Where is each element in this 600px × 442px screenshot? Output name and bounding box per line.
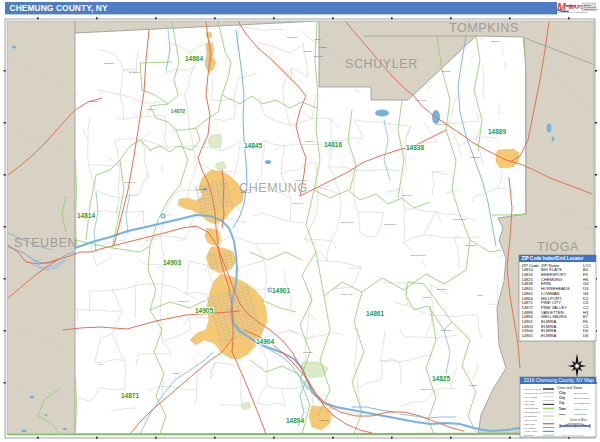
svg-text:Sing Sing: Sing Sing [196,188,207,191]
svg-text:CHEMUNG COUNTY, NY: CHEMUNG COUNTY, NY [10,3,108,13]
svg-text:14904: 14904 [256,338,274,345]
svg-text:Jackson: Jackson [305,140,314,143]
svg-text:Major Road: Major Road [524,403,536,405]
svg-text:Hibbard: Hibbard [422,296,431,299]
svg-text:STEUBEN: STEUBEN [14,236,77,250]
svg-text:City: City [559,401,565,405]
svg-text:ZIP Code Index/Grid Locator: ZIP Code Index/Grid Locator [522,256,584,261]
svg-text:14871: 14871 [121,392,139,399]
svg-text:State Boundary: State Boundary [524,407,539,409]
svg-text:Ridge Rd: Ridge Rd [287,36,298,39]
svg-text:Minor Civil Div: Minor Civil Div [524,419,538,421]
svg-text:State Highway: State Highway [524,396,538,398]
svg-text:State Rd: State Rd [402,194,412,197]
svg-text:14845: 14845 [244,142,262,149]
svg-text:Scale in Miles: Scale in Miles [570,418,588,422]
svg-text:14838: 14838 [406,144,424,151]
svg-text:Town: Town [559,407,566,411]
svg-text:Pine Valley: Pine Valley [415,99,428,102]
svg-text:Comfort Hill: Comfort Hill [420,388,433,391]
svg-text:Ferenbaugh: Ferenbaugh [453,218,467,221]
svg-text:14905: 14905 [522,333,534,338]
svg-text:14889: 14889 [488,128,506,135]
svg-text:America’s Leading Source of Bu: America’s Leading Source of Business Map… [554,11,588,13]
svg-text:Airport / Water: Airport / Water [524,430,538,432]
svg-text:Tompkins: Tompkins [470,156,481,159]
svg-text:Seeley Crk: Seeley Crk [341,293,353,296]
svg-text:TIOGA: TIOGA [537,240,579,254]
svg-text:Turner Hill: Turner Hill [124,181,135,184]
svg-text:Hendy Crk: Hendy Crk [435,123,447,126]
svg-text:TOMPKINS: TOMPKINS [449,21,519,35]
svg-text:Wells: Wells [477,294,484,297]
svg-text:City: City [559,391,566,395]
svg-text:14901: 14901 [272,287,290,294]
svg-text:City: City [559,396,565,400]
svg-text:Johnson: Johnson [89,100,99,103]
svg-text:Breed Hollow: Breed Hollow [411,254,425,257]
svg-text:Fassett: Fassett [319,46,327,49]
svg-text:Sullivanville: Sullivanville [384,223,397,226]
svg-text:marketmaps.com: marketmaps.com [584,8,599,10]
svg-text:Rail Road: Rail Road [524,434,534,436]
svg-text:14903: 14903 [163,259,181,266]
svg-text:14814: 14814 [77,212,95,219]
svg-text:Gardner Rd: Gardner Rd [341,221,354,224]
svg-text:MAPS: MAPS [569,4,585,10]
svg-text:ELMIRA: ELMIRA [541,333,557,338]
svg-text:Rowe Hill: Rowe Hill [179,300,190,303]
svg-text:14816: 14816 [324,141,342,148]
svg-text:Oak Hill: Oak Hill [147,108,156,111]
svg-text:Wyncoop: Wyncoop [441,70,452,73]
svg-text:Limited Access Hwy: Limited Access Hwy [524,392,543,394]
svg-text:D6: D6 [583,333,589,338]
svg-text:Halsey: Halsey [314,38,322,41]
svg-text:14825: 14825 [432,375,450,382]
svg-text:Langdon: Langdon [303,351,313,354]
svg-text:CHEMUNG: CHEMUNG [239,181,308,195]
svg-text:Erin: Erin [99,363,104,366]
svg-text:Interstate Highway: Interstate Highway [524,388,542,390]
svg-text:Harris Hill: Harris Hill [292,202,303,205]
svg-text:ZIP Boundary: ZIP Boundary [524,415,538,417]
svg-text:Beckwith: Beckwith [437,288,447,291]
svg-text:14861: 14861 [366,310,384,317]
svg-text:Local Road: Local Road [524,400,535,402]
svg-text:Ostrander: Ostrander [441,329,452,332]
svg-text:SCHUYLER: SCHUYLER [345,57,418,71]
svg-text:Mt Zoar: Mt Zoar [469,384,477,387]
svg-text:14905: 14905 [195,307,213,314]
svg-text:Bird Crk: Bird Crk [314,55,323,58]
svg-text:2016 Chemung County, NY Map: 2016 Chemung County, NY Map [524,378,595,383]
svg-text:www.marketmaps.com: www.marketmaps.com [562,434,584,436]
svg-text:Major Road: Major Road [524,423,536,425]
svg-text:US Highway: US Highway [524,427,536,429]
svg-text:Carr Rd: Carr Rd [491,40,500,43]
svg-text:Town: Town [559,413,566,416]
svg-text:Breesport: Breesport [466,244,477,247]
svg-text:Lowe Rd: Lowe Rd [319,419,329,422]
svg-text:Cities and Towns: Cities and Towns [557,386,583,390]
svg-text:County Boundary: County Boundary [524,411,541,413]
svg-text:14894: 14894 [286,417,304,424]
svg-text:Baldwin: Baldwin [304,50,313,53]
svg-text:Goodhue: Goodhue [104,62,115,65]
svg-text:14864: 14864 [185,55,203,62]
svg-text:Dry Brook: Dry Brook [129,71,140,74]
svg-text:Caton: Caton [173,372,180,375]
svg-text:14872: 14872 [171,108,186,114]
